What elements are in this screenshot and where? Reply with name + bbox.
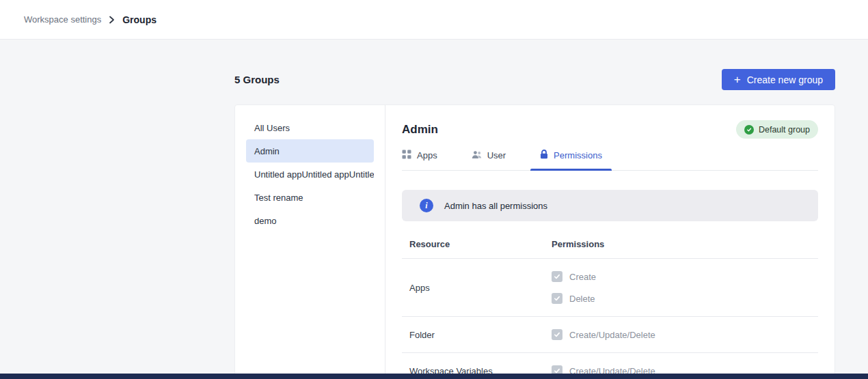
permissions-cell: Create/Update/Delete xyxy=(552,324,655,346)
permission-label: Create xyxy=(569,272,596,282)
resource-name: Apps xyxy=(409,283,552,293)
permissions-cell: Create Delete xyxy=(552,266,596,309)
breadcrumb-workspace-settings[interactable]: Workspace settings xyxy=(24,14,101,25)
default-group-badge: Default group xyxy=(736,120,818,139)
plus-icon: + xyxy=(734,74,741,85)
group-detail-panel: Admin Default group xyxy=(385,105,835,378)
create-new-group-label: Create new group xyxy=(747,74,823,85)
resource-column-header: Resource xyxy=(409,239,552,249)
breadcrumb-groups: Groups xyxy=(122,14,157,25)
permissions-info-banner: i Admin has all permissions xyxy=(402,190,818,221)
info-icon: i xyxy=(420,199,433,212)
lock-icon xyxy=(540,150,548,161)
permissions-info-text: Admin has all permissions xyxy=(444,201,547,211)
checkbox-checked-icon xyxy=(552,271,562,282)
permission-delete: Delete xyxy=(552,287,596,309)
bottom-strip xyxy=(0,374,868,379)
permission-label: Delete xyxy=(569,294,595,304)
permission-create: Create xyxy=(552,266,596,287)
permissions-column-header: Permissions xyxy=(552,239,604,249)
tab-permissions-label: Permissions xyxy=(554,150,602,160)
default-group-badge-label: Default group xyxy=(759,125,810,135)
checkbox-checked-icon xyxy=(552,293,562,304)
page-header-row: 5 Groups + Create new group xyxy=(234,69,835,90)
tab-permissions[interactable]: Permissions xyxy=(540,150,602,170)
groups-count-label: 5 Groups xyxy=(234,74,280,85)
group-item-all-users[interactable]: All Users xyxy=(246,116,374,139)
permissions-table: Resource Permissions Apps Create xyxy=(402,225,818,379)
group-item-test-rename[interactable]: Test rename xyxy=(246,186,374,209)
group-title-row: Admin Default group xyxy=(402,105,818,139)
group-item-admin[interactable]: Admin xyxy=(246,139,374,163)
resource-name: Folder xyxy=(409,330,552,340)
table-row-apps: Apps Create Delete xyxy=(402,259,818,317)
permission-crud: Create/Update/Delete xyxy=(552,324,655,346)
permission-label: Create/Update/Delete xyxy=(569,330,655,340)
group-item-label: Untitled appUntitled appUntitle… xyxy=(254,169,374,180)
group-item-label: All Users xyxy=(254,123,290,133)
detail-tabs: Apps User xyxy=(402,150,818,171)
group-item-demo[interactable]: demo xyxy=(246,209,374,232)
group-item-label: Admin xyxy=(254,146,280,156)
group-item-label: Test rename xyxy=(254,193,303,203)
chevron-right-icon xyxy=(109,16,115,24)
groups-page: 5 Groups + Create new group All Users Ad… xyxy=(0,40,868,379)
check-circle-icon xyxy=(744,125,754,135)
checkbox-checked-icon xyxy=(552,329,562,340)
tab-apps[interactable]: Apps xyxy=(402,150,437,170)
group-item-untitled-app[interactable]: Untitled appUntitled appUntitle… xyxy=(246,163,374,186)
users-icon xyxy=(472,150,482,161)
tab-user[interactable]: User xyxy=(472,150,506,170)
group-item-label: demo xyxy=(254,216,277,226)
tab-user-label: User xyxy=(487,150,506,160)
apps-grid-icon xyxy=(402,150,411,161)
create-new-group-button[interactable]: + Create new group xyxy=(722,69,835,90)
top-bar: Workspace settings Groups xyxy=(0,0,868,40)
permissions-table-header: Resource Permissions xyxy=(402,225,818,259)
tab-apps-label: Apps xyxy=(417,150,437,160)
group-list: All Users Admin Untitled appUntitled app… xyxy=(235,105,385,378)
table-row-folder: Folder Create/Update/Delete xyxy=(402,317,818,353)
groups-card: All Users Admin Untitled appUntitled app… xyxy=(234,104,835,379)
group-title: Admin xyxy=(402,123,438,137)
